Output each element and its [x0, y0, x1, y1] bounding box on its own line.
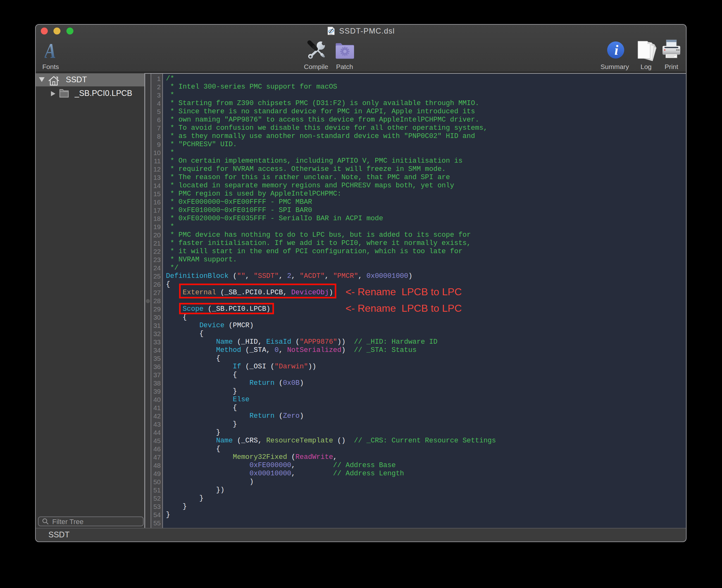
svg-text:DSL: DSL [330, 33, 333, 35]
svg-text:i: i [614, 42, 618, 58]
